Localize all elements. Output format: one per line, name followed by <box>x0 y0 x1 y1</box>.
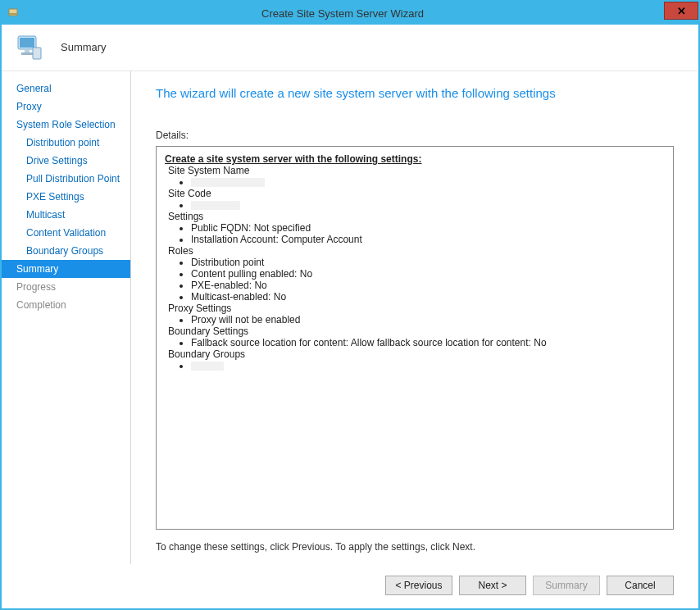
section-boundary-settings: Boundary Settings <box>165 325 665 337</box>
summary-button: Summary <box>533 576 600 595</box>
sidebar: GeneralProxySystem Role SelectionDistrib… <box>2 71 131 564</box>
cancel-button[interactable]: Cancel <box>607 576 674 595</box>
sidebar-item-progress: Progress <box>2 278 130 296</box>
wizard-window: Create Site System Server Wizard ✕ Summa… <box>0 0 700 610</box>
svg-rect-4 <box>25 49 30 52</box>
svg-rect-3 <box>20 38 34 48</box>
boundary-settings-list: Fallback source location for content: Al… <box>165 337 665 348</box>
sidebar-item-summary[interactable]: Summary <box>2 260 130 278</box>
section-roles: Roles <box>165 245 665 257</box>
sidebar-item-distribution-point[interactable]: Distribution point <box>2 134 130 152</box>
hint-text: To change these settings, click Previous… <box>156 541 674 553</box>
sidebar-item-general[interactable]: General <box>2 80 130 98</box>
page-header: Summary <box>2 25 698 71</box>
sidebar-item-drive-settings[interactable]: Drive Settings <box>2 152 130 170</box>
details-label: Details: <box>156 130 674 141</box>
section-site-system-name: Site System Name <box>165 165 665 176</box>
sidebar-item-pull-distribution-point[interactable]: Pull Distribution Point <box>2 170 130 188</box>
sidebar-item-content-validation[interactable]: Content Validation <box>2 224 130 242</box>
settings-list: Public FQDN: Not specified Installation … <box>165 222 665 245</box>
redacted-value <box>191 201 240 210</box>
redacted-value <box>191 362 224 371</box>
main-heading: The wizard will create a new site system… <box>156 86 674 100</box>
previous-button[interactable]: < Previous <box>385 576 452 595</box>
section-settings: Settings <box>165 211 665 222</box>
proxy-list: Proxy will not be enabled <box>165 314 665 325</box>
sidebar-item-multicast[interactable]: Multicast <box>2 206 130 224</box>
app-icon <box>7 7 20 20</box>
main-panel: The wizard will create a new site system… <box>131 71 698 564</box>
redacted-value <box>191 178 265 187</box>
sidebar-item-system-role-selection[interactable]: System Role Selection <box>2 116 130 134</box>
section-site-code: Site Code <box>165 188 665 199</box>
body: GeneralProxySystem Role SelectionDistrib… <box>2 71 698 564</box>
summary-title: Create a site system server with the fol… <box>165 153 421 165</box>
sidebar-item-completion: Completion <box>2 296 130 314</box>
sidebar-item-proxy[interactable]: Proxy <box>2 98 130 116</box>
roles-list: Distribution point Content pulling enabl… <box>165 257 665 303</box>
sidebar-item-boundary-groups[interactable]: Boundary Groups <box>2 242 130 260</box>
sidebar-item-pxe-settings[interactable]: PXE Settings <box>2 188 130 206</box>
section-boundary-groups: Boundary Groups <box>165 348 665 360</box>
page-title: Summary <box>61 41 107 53</box>
svg-rect-6 <box>33 48 41 59</box>
computer-icon <box>13 31 46 64</box>
svg-rect-5 <box>21 52 33 55</box>
section-proxy: Proxy Settings <box>165 303 665 314</box>
button-row: < Previous Next > Summary Cancel <box>2 564 698 608</box>
window-title: Create Site System Server Wizard <box>20 7 698 20</box>
next-button[interactable]: Next > <box>459 576 526 595</box>
details-textbox[interactable]: Create a site system server with the fol… <box>156 146 674 530</box>
close-icon: ✕ <box>677 5 686 17</box>
svg-rect-1 <box>9 13 17 15</box>
titlebar: Create Site System Server Wizard ✕ <box>2 2 698 25</box>
close-button[interactable]: ✕ <box>664 2 698 20</box>
